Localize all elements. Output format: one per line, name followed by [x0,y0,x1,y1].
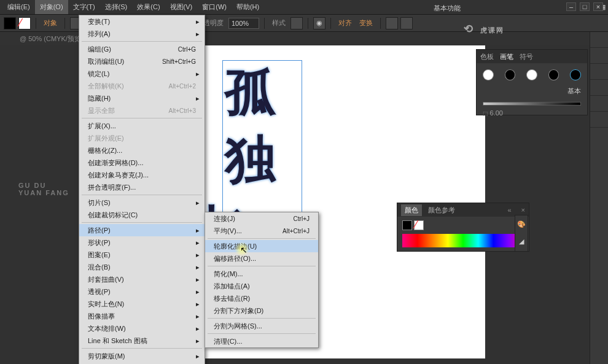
appearance-icon[interactable]: ◉ [313,17,325,29]
menu-item[interactable]: 隐藏(H)▸ [79,92,205,104]
menu-item[interactable]: 排列(A)▸ [79,28,205,40]
menu-item[interactable]: 偏移路径(O)... [205,252,318,265]
dock-icon[interactable] [590,112,608,128]
fill-swatch[interactable] [4,17,16,29]
panel-collapse-icon[interactable]: « [507,206,511,214]
menu-help[interactable]: 帮助(H) [232,0,264,14]
menu-item[interactable]: 剪切蒙版(M)▸ [79,350,205,362]
right-dock [590,32,608,364]
menu-item[interactable]: 创建渐变网格(D)... [79,157,205,169]
no-fill-icon[interactable]: ⁄ [18,17,31,29]
isolate-icon[interactable] [386,17,398,29]
menu-item[interactable]: 图案(E)▸ [79,249,205,261]
menu-view[interactable]: 视图(V) [165,0,198,14]
menu-item[interactable]: 文本绕排(W)▸ [79,322,205,335]
menu-window[interactable]: 窗口(W) [197,0,232,14]
basic-brush-label[interactable]: 基本 [567,87,581,96]
brushes-panel: 色板 画笔 符号 基本 ⬚ 6.00 [476,49,588,115]
menu-edit[interactable]: 编辑(E) [2,0,35,14]
brush-dot[interactable] [526,69,537,80]
menubar: 编辑(E) 对象(O) 文字(T) 选择(S) 效果(C) 视图(V) 窗口(W… [0,0,608,15]
menu-item: 扩展外观(E) [79,132,205,144]
align-link[interactable]: 对齐 [336,18,354,28]
menu-object[interactable]: 对象(O) [35,0,68,14]
menu-effect[interactable]: 效果(C) [132,0,165,14]
menu-item[interactable]: 轮廓化描边(U) [205,240,318,252]
menu-item[interactable]: 拼合透明度(F)... [79,181,205,193]
dock-icon[interactable] [590,32,608,48]
menu-item[interactable]: 路径(P)▸ [79,224,205,236]
menu-item[interactable]: 取消编组(U)Shift+Ctrl+G [79,55,205,68]
menu-item[interactable]: 变换(T)▸ [79,15,205,28]
menu-item[interactable]: 扩展(X)... [79,120,205,132]
object-menu: 变换(T)▸排列(A)▸编组(G)Ctrl+G取消编组(U)Shift+Ctrl… [79,15,205,364]
eyedropper-icon[interactable]: ◢ [515,233,528,250]
menu-item[interactable]: 编组(G)Ctrl+G [79,43,205,55]
watermark: ⟲ 虎课网 [464,16,587,44]
menu-item[interactable]: 分割为网格(S)... [205,320,318,332]
menu-item[interactable]: 封套扭曲(V)▸ [79,273,205,285]
brush-dot[interactable] [505,69,516,80]
menu-item[interactable]: 清理(C)... [205,335,318,347]
style-swatch[interactable] [290,17,303,29]
palette-icon[interactable]: 🎨 [515,215,528,233]
tab-symbols[interactable]: 符号 [520,52,533,61]
menu-item[interactable]: 创建对象马赛克(J)... [79,169,205,181]
crop-icon[interactable] [400,17,413,29]
style-label: 样式 [270,18,288,28]
stroke-color[interactable]: ⁄ [414,220,424,230]
menu-item[interactable]: 图像描摹▸ [79,310,205,322]
dock-icon[interactable] [590,80,608,96]
dock-icon[interactable] [590,64,608,80]
tab-swatches[interactable]: 色板 [480,52,494,61]
object-label: 对象 [41,18,60,28]
stroke-preview [483,102,581,106]
tab-color-guide[interactable]: 颜色参考 [428,206,455,215]
brush-dot[interactable] [483,69,494,80]
dock-icon[interactable] [590,96,608,112]
menu-item[interactable]: 透视(P)▸ [79,285,205,298]
menu-item[interactable]: 连接(J)Ctrl+J [205,212,318,225]
menu-item[interactable]: 切片(S)▸ [79,196,205,209]
brush-dot[interactable] [548,69,559,80]
menu-select[interactable]: 选择(S) [100,0,133,14]
brush-row [477,63,587,87]
dock-icon[interactable] [590,48,608,64]
menu-item[interactable]: 分割下方对象(D) [205,304,318,317]
menu-type[interactable]: 文字(T) [68,0,100,14]
menu-item[interactable]: 实时上色(N)▸ [79,298,205,310]
menu-item[interactable]: 锁定(L)▸ [79,68,205,80]
menu-item[interactable]: 添加锚点(A) [205,280,318,292]
spectrum-picker[interactable] [402,234,524,247]
menu-item[interactable]: 平均(V)...Alt+Ctrl+J [205,225,318,237]
menu-item[interactable]: 形状(P)▸ [79,236,205,249]
menu-item[interactable]: 简化(M)... [205,268,318,280]
path-submenu: 连接(J)Ctrl+J平均(V)...Alt+Ctrl+J轮廓化描边(U)偏移路… [205,212,319,348]
opacity-input[interactable] [228,18,259,29]
workspace-label[interactable]: 基本功能 [434,4,461,13]
tab-brushes[interactable]: 画笔 [500,52,513,61]
stroke-weight-readout: ⬚ 6.00 [477,109,587,117]
glyph-2[interactable]: 独 [225,125,276,195]
window-minimize[interactable]: – [566,2,576,11]
fill-color[interactable] [402,220,412,230]
window-close[interactable]: × [593,2,603,11]
menu-item[interactable]: 混合(B)▸ [79,261,205,273]
panel-close-icon[interactable]: × [521,206,525,214]
menu-item: 全部解锁(K)Alt+Ctrl+2 [79,80,205,92]
color-panel: 颜色 颜色参考 « × ⁄ [397,203,529,252]
transform-link[interactable]: 变换 [357,18,375,28]
menu-item[interactable]: Line 和 Sketch 图稿▸ [79,335,205,347]
tab-color[interactable]: 颜色 [401,204,422,216]
side-text: GU DU YUAN FANG [18,182,69,196]
menu-item[interactable]: 栅格化(Z)... [79,144,205,157]
brush-dot-selected[interactable] [570,69,581,80]
menu-item: 显示全部Alt+Ctrl+3 [79,104,205,117]
glyph-1[interactable]: 孤 [225,58,276,128]
menu-item[interactable]: 移去锚点(R) [205,292,318,304]
window-maximize[interactable]: □ [580,2,590,11]
menu-item[interactable]: 创建裁切标记(C) [79,209,205,221]
